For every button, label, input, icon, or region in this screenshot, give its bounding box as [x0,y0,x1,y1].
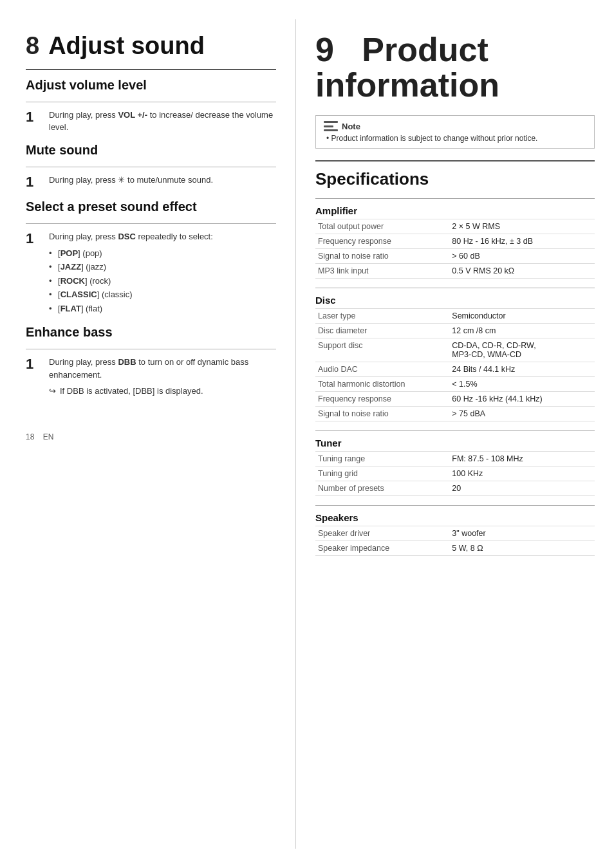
spec-label: Speaker driver [315,526,449,541]
table-row: Tuning range FM: 87.5 - 108 MHz [315,452,595,466]
note-label: Note [342,122,360,131]
table-row: Support disc CD-DA, CD-R, CD-RW,MP3-CD, … [315,338,595,362]
spec-label: Support disc [315,338,449,362]
spec-value: 12 cm /8 cm [449,324,595,338]
section-preset-sound: Select a preset sound effect 1 During pl… [26,199,276,316]
spec-value: > 75 dBA [449,407,595,421]
right-section-divider [315,160,595,162]
table-row: MP3 link input 0.5 V RMS 20 kΩ [315,264,595,279]
spec-section-speakers: Speakers Speaker driver 3" woofer Speake… [315,512,595,556]
spec-label: Tuning grid [315,466,449,481]
spec-value: 0.5 V RMS 20 kΩ [449,264,595,279]
table-row: Number of presets 20 [315,481,595,496]
note-header: Note [324,121,586,131]
spec-label: Signal to noise ratio [315,249,449,264]
section-adjust-volume: Adjust volume level 1 During play, press… [26,78,276,134]
spec-section-amplifier: Amplifier Total output power 2 × 5 W RMS… [315,205,595,279]
spec-value: 5 W, 8 Ω [449,541,595,556]
section-title-preset-sound: Select a preset sound effect [26,199,276,214]
spec-value: > 60 dB [449,249,595,264]
right-chapter-heading: 9 Productinformation [315,32,595,102]
language: EN [43,432,54,441]
step-text: During play, press DSC repeatedly to sel… [49,230,213,316]
spec-label: Number of presets [315,481,449,496]
note-icon [324,121,338,131]
step-text: During play, press ✳ to mute/unmute soun… [49,174,213,190]
table-row: Signal to noise ratio > 60 dB [315,249,595,264]
spec-value: 20 [449,481,595,496]
list-item: [CLASSIC] (classic) [49,288,213,301]
spec-subsection-title-speakers: Speakers [315,512,595,523]
spec-label: Tuning range [315,452,449,466]
step-number: 1 [26,109,44,134]
list-item: [ROCK] (rock) [49,275,213,288]
table-row: Total output power 2 × 5 W RMS [315,219,595,234]
step-text: During play, press VOL +/- to increase/ … [49,109,276,134]
step-adjust-volume-1: 1 During play, press VOL +/- to increase… [26,109,276,134]
disc-table: Laser type Semiconductor Disc diameter 1… [315,308,595,421]
spec-subsection-title-disc: Disc [315,295,595,306]
preset-list: [POP] (pop) [JAZZ] (jazz) [ROCK] (rock) … [49,247,213,315]
note-text: • Product information is subject to chan… [324,134,586,143]
table-row: Total harmonic distortion < 1.5% [315,377,595,392]
section-mute-sound: Mute sound 1 During play, press ✳ to mut… [26,143,276,190]
spec-label: Speaker impedance [315,541,449,556]
list-item: [JAZZ] (jazz) [49,261,213,273]
arrow-note: ↪ If DBB is activated, [DBB] is displaye… [49,385,276,398]
page-footer: 18 EN [26,407,276,441]
table-row: Speaker driver 3" woofer [315,526,595,541]
right-column: 9 Productinformation Note • Product info… [296,19,614,849]
divider-preset-sound [26,223,276,224]
left-main-divider [26,69,276,70]
specifications-title: Specifications [315,169,595,189]
page-number: 18 [26,432,34,441]
section-title-enhance-bass: Enhance bass [26,325,276,340]
spec-label: Total harmonic distortion [315,377,449,392]
table-row: Frequency response 60 Hz -16 kHz (44.1 k… [315,392,595,407]
spec-value: 2 × 5 W RMS [449,219,595,234]
step-number: 1 [26,356,44,398]
section-enhance-bass: Enhance bass 1 During play, press DBB to… [26,325,276,398]
spec-section-tuner: Tuner Tuning range FM: 87.5 - 108 MHz Tu… [315,438,595,496]
note-box: Note • Product information is subject to… [315,115,595,149]
divider-tuner [315,430,595,431]
left-chapter-title: Adjust sound [48,33,205,60]
spec-subsection-title-tuner: Tuner [315,438,595,448]
spec-label: Laser type [315,309,449,324]
spec-value: 24 Bits / 44.1 kHz [449,362,595,377]
spec-value: CD-DA, CD-R, CD-RW,MP3-CD, WMA-CD [449,338,595,362]
amplifier-table: Total output power 2 × 5 W RMS Frequency… [315,219,595,279]
step-number: 1 [26,230,44,316]
spec-value: 80 Hz - 16 kHz, ± 3 dB [449,234,595,249]
divider-speakers [315,505,595,506]
step-text: During play, press DBB to turn on or off… [49,356,276,398]
right-chapter-title: Productinformation [315,31,499,104]
divider-enhance-bass [26,349,276,349]
tuner-table: Tuning range FM: 87.5 - 108 MHz Tuning g… [315,451,595,496]
table-row: Disc diameter 12 cm /8 cm [315,324,595,338]
spec-subsection-title-amplifier: Amplifier [315,205,595,216]
right-chapter-number: 9 [315,31,334,68]
spec-value: 60 Hz -16 kHz (44.1 kHz) [449,392,595,407]
spec-value: < 1.5% [449,377,595,392]
list-item: [FLAT] (flat) [49,302,213,315]
table-row: Laser type Semiconductor [315,309,595,324]
spec-value: FM: 87.5 - 108 MHz [449,452,595,466]
step-bass-1: 1 During play, press DBB to turn on or o… [26,356,276,398]
step-preset-1: 1 During play, press DSC repeatedly to s… [26,230,276,316]
spec-label: Frequency response [315,234,449,249]
table-row: Audio DAC 24 Bits / 44.1 kHz [315,362,595,377]
spec-label: Frequency response [315,392,449,407]
table-row: Frequency response 80 Hz - 16 kHz, ± 3 d… [315,234,595,249]
arrow-note-text: If DBB is activated, [DBB] is displayed. [60,385,203,398]
step-number: 1 [26,174,44,190]
divider-adjust-volume [26,102,276,102]
spec-label: Disc diameter [315,324,449,338]
step-mute-1: 1 During play, press ✳ to mute/unmute so… [26,174,276,190]
left-chapter-number: 8 [26,32,39,60]
left-column: 8 Adjust sound Adjust volume level 1 Dur… [0,19,296,849]
section-title-adjust-volume: Adjust volume level [26,78,276,93]
speakers-table: Speaker driver 3" woofer Speaker impedan… [315,526,595,556]
arrow-symbol: ↪ [49,385,56,398]
section-title-mute-sound: Mute sound [26,143,276,158]
